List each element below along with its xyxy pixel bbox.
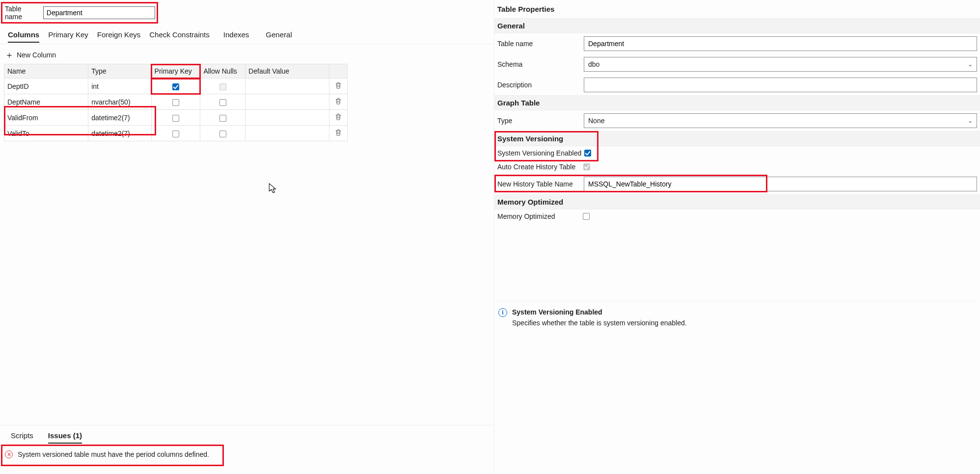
tab-columns[interactable]: Columns [8,28,39,43]
prop-schema: Schema dbo ⌄ [494,54,980,75]
tab-issues[interactable]: Issues (1) [48,430,82,444]
table-name-row: Table name [3,4,156,22]
col-default[interactable] [245,126,329,141]
prop-table-name-input[interactable] [584,36,977,51]
col-name[interactable]: DeptName [4,94,88,110]
tab-primary-key[interactable]: Primary Key [48,28,88,42]
pk-checkbox[interactable] [172,83,179,90]
prop-graph-type-value: None [588,117,604,125]
prop-auto-history: Auto Create History Table [494,160,980,174]
bottom-tabs: Scripts Issues (1) [0,430,493,444]
prop-description: Description [494,75,980,95]
col-name[interactable]: ValidFrom [4,110,88,126]
issue-row[interactable]: ✕ System versioned table must have the p… [0,444,493,464]
delete-row-button[interactable] [334,129,342,136]
column-row[interactable]: DeptID int [4,79,348,94]
prop-history-name-label: New History Table Name [497,180,580,188]
bottom-pane: Scripts Issues (1) ✕ System versioned ta… [0,425,493,474]
column-row[interactable]: ValidFrom datetime2(7) [4,110,348,126]
col-default[interactable] [245,110,329,126]
col-default[interactable] [245,79,329,94]
prop-history-name: New History Table Name [494,174,980,194]
section-graph: Graph Table [494,95,980,110]
tab-check-constraints[interactable]: Check Constraints [149,28,210,42]
col-name[interactable]: ValidTo [4,126,88,141]
columns-table: Name Type Primary Key Allow Nulls Defaul… [4,64,348,141]
prop-graph-type: Type None ⌄ [494,110,980,131]
col-type[interactable]: int [88,79,151,94]
pk-checkbox[interactable] [172,115,179,122]
prop-memory-optimized-label: Memory Optimized [497,212,580,220]
col-header-primary-key[interactable]: Primary Key [151,64,200,79]
col-header-type[interactable]: Type [88,64,151,79]
properties-title: Table Properties [494,3,980,18]
column-row[interactable]: DeptName nvarchar(50) [4,94,348,110]
pk-checkbox[interactable] [172,99,179,106]
error-icon: ✕ [5,450,13,458]
section-general: General [494,18,980,33]
prop-table-name-label: Table name [497,40,580,48]
property-info-desc: Specifies whether the table is system ve… [512,319,687,327]
prop-memory-optimized: Memory Optimized [494,210,980,223]
info-icon: i [498,308,507,317]
prop-versioning-enabled: System Versioning Enabled [494,146,980,160]
tab-general[interactable]: General [266,28,292,42]
delete-row-button[interactable] [334,113,342,121]
prop-description-label: Description [497,81,580,89]
col-type[interactable]: datetime2(7) [88,110,151,126]
table-name-label: Table name [5,5,40,21]
prop-schema-value: dbo [588,60,599,68]
section-memory: Memory Optimized [494,194,980,210]
col-type[interactable]: nvarchar(50) [88,94,151,110]
plus-icon: ＋ [5,52,14,58]
prop-history-name-input[interactable] [584,177,977,191]
prop-schema-select[interactable]: dbo ⌄ [584,57,977,72]
column-row[interactable]: ValidTo datetime2(7) [4,126,348,141]
prop-graph-type-label: Type [497,117,580,125]
prop-table-name: Table name [494,33,980,54]
add-new-column[interactable]: ＋ New Column [0,44,493,64]
chevron-down-icon: ⌄ [968,117,973,124]
designer-tabs: Columns Primary Key Foreign Keys Check C… [0,26,493,44]
table-name-input[interactable] [43,6,155,19]
prop-auto-history-label: Auto Create History Table [497,163,575,171]
prop-versioning-enabled-label: System Versioning Enabled [497,149,581,157]
col-header-allow-nulls[interactable]: Allow Nulls [200,64,245,79]
memory-optimized-checkbox[interactable] [583,213,590,220]
col-default[interactable] [245,94,329,110]
allow-nulls-checkbox [219,83,226,90]
col-header-actions [329,64,348,79]
properties-pane: Table Properties General Table name Sche… [494,0,980,474]
property-info: i System Versioning Enabled Specifies wh… [498,301,976,327]
allow-nulls-checkbox[interactable] [219,99,226,106]
col-type[interactable]: datetime2(7) [88,126,151,141]
auto-history-checkbox [583,163,590,170]
prop-schema-label: Schema [497,60,580,68]
prop-graph-type-select[interactable]: None ⌄ [584,113,977,128]
designer-left-pane: Table name Columns Primary Key Foreign K… [0,0,493,474]
tab-indexes[interactable]: Indexes [223,28,249,42]
col-header-name[interactable]: Name [4,64,88,79]
delete-row-button[interactable] [334,97,342,105]
section-versioning: System Versioning [494,131,980,146]
col-name[interactable]: DeptID [4,79,88,94]
add-new-column-label: New Column [17,51,56,59]
prop-description-input[interactable] [584,78,977,92]
allow-nulls-checkbox[interactable] [219,115,226,122]
pk-checkbox[interactable] [172,131,179,137]
col-header-default[interactable]: Default Value [245,64,329,79]
issue-text: System versioned table must have the per… [18,450,209,458]
versioning-enabled-checkbox[interactable] [584,150,591,157]
tab-scripts[interactable]: Scripts [11,430,33,444]
columns-header-row: Name Type Primary Key Allow Nulls Defaul… [4,64,348,79]
chevron-down-icon: ⌄ [968,61,973,68]
mouse-cursor-icon [269,183,277,195]
allow-nulls-checkbox[interactable] [219,131,226,137]
delete-row-button[interactable] [334,81,342,89]
property-info-title: System Versioning Enabled [512,308,687,316]
tab-foreign-keys[interactable]: Foreign Keys [97,28,140,42]
